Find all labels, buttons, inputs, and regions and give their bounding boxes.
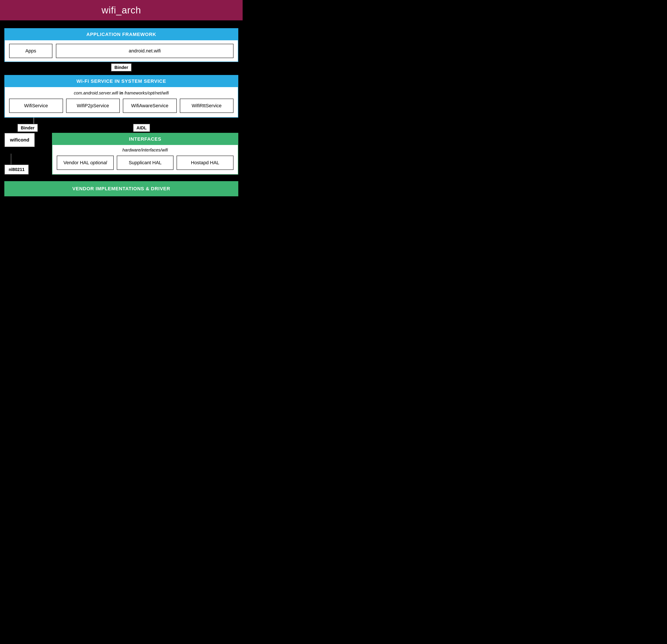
app-framework-header: APPLICATION FRAMEWORK (5, 29, 238, 40)
wifi-service-section: Wi-Fi SERVICE IN SYSTEM SERVICE com.andr… (4, 75, 238, 118)
wifiaware-service-label: WifiAwareService (131, 103, 168, 109)
android-net-wifi-box: android.net.wifi (56, 44, 233, 58)
subpath-bold: in (119, 91, 123, 95)
wifirtt-service-box: WifiRttService (180, 99, 234, 113)
vendor-section: VENDOR IMPLEMENTATIONS & DRIVER (4, 181, 238, 196)
nl80211-line (11, 154, 11, 164)
title-bar: wifi_arch (0, 0, 243, 20)
interfaces-header: INTERFACES (52, 133, 238, 145)
interfaces-section: INTERFACES hardware/interfaces/wifi Vend… (52, 133, 238, 175)
binder-aidl-row: Binder AIDL (4, 118, 238, 133)
supplicant-hal-label: Supplicant HAL (129, 160, 162, 165)
subpath-italic1: com.android.server.wifi (74, 91, 118, 95)
lower-section: wificond nl80211 INTERFACES hardware/int… (4, 133, 238, 175)
supplicant-hal-box: Supplicant HAL (117, 156, 174, 170)
binder-top-connector: Binder (4, 62, 238, 75)
vendor-hal-box: Vendor HAL optional (57, 156, 114, 170)
wifi-service-box: WifiService (9, 99, 63, 113)
hal-row: Vendor HAL optional Supplicant HAL Hosta… (57, 156, 233, 170)
app-framework-section: APPLICATION FRAMEWORK Apps android.net.w… (4, 28, 238, 62)
vendor-hal-label: Vendor HAL optional (64, 160, 107, 165)
page-title: wifi_arch (0, 5, 243, 16)
hostapd-hal-label: Hostapd HAL (191, 160, 219, 165)
aidl-container: AIDL (133, 126, 150, 130)
aidl-label: AIDL (133, 124, 150, 132)
binder-left-container: Binder (17, 126, 38, 130)
wifi-service-label: WifiService (24, 103, 48, 109)
services-row: WifiService WifiP2pService WifiAwareServ… (9, 99, 233, 113)
binder-left-label: Binder (17, 124, 38, 132)
app-framework-body: Apps android.net.wifi (5, 40, 238, 62)
wifip2p-service-label: WifiP2pService (77, 103, 109, 109)
wifirtt-service-label: WifiRttService (192, 103, 222, 109)
apps-box: Apps (9, 44, 52, 58)
interfaces-subpath: hardware/interfaces/wifi (57, 148, 233, 152)
wifi-service-body: com.android.server.wifi in frameworks/op… (5, 87, 238, 117)
wifip2p-service-box: WifiP2pService (66, 99, 120, 113)
wificond-col: wificond nl80211 (4, 133, 52, 175)
wificond-box: wificond (4, 133, 35, 147)
subpath-italic2: frameworks/opt/net/wifi (125, 91, 169, 95)
interfaces-body: hardware/interfaces/wifi Vendor HAL opti… (52, 145, 238, 174)
vendor-header: VENDOR IMPLEMENTATIONS & DRIVER (4, 186, 238, 192)
binder-top-label: Binder (111, 63, 131, 71)
wifi-service-header: Wi-Fi SERVICE IN SYSTEM SERVICE (5, 76, 238, 87)
hostapd-hal-box: Hostapd HAL (177, 156, 233, 170)
wifi-service-arrow-line (34, 118, 34, 124)
wifiaware-service-box: WifiAwareService (123, 99, 177, 113)
binder-top-label-container: Binder (111, 65, 131, 70)
page-container: wifi_arch APPLICATION FRAMEWORK Apps and… (0, 0, 243, 196)
nl80211-box: nl80211 (4, 164, 29, 175)
wifi-service-subpath: com.android.server.wifi in frameworks/op… (9, 91, 233, 96)
